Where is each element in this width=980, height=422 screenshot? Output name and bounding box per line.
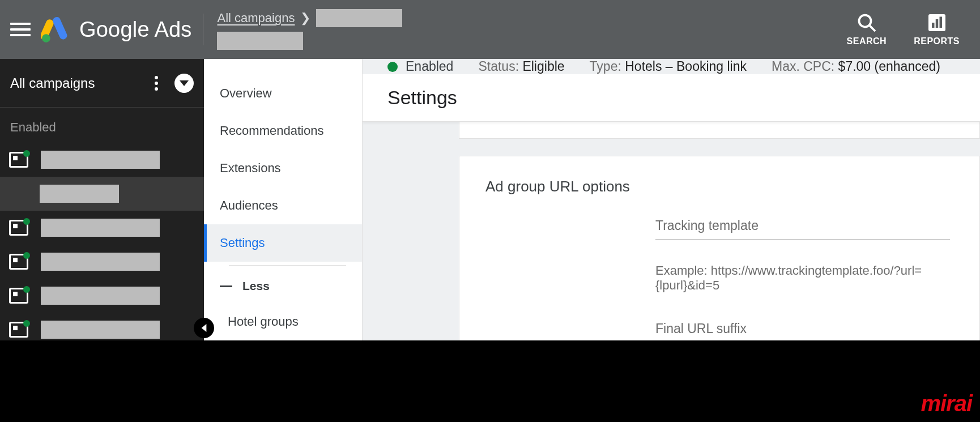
search-icon — [857, 12, 877, 33]
campaign-type-icon — [9, 220, 28, 236]
status-dot-icon — [387, 62, 398, 72]
less-label: Less — [242, 279, 270, 293]
svg-rect-7 — [935, 19, 938, 28]
campaign-item[interactable] — [0, 279, 204, 313]
campaign-item[interactable] — [0, 143, 204, 177]
breadcrumb: All campaigns ❯ — [217, 9, 402, 50]
status-max-cpc: Max. CPC: $7.00 (enhanced) — [772, 59, 940, 74]
main-content: Enabled Status: Eligible Type: Hotels – … — [363, 59, 980, 340]
breadcrumb-adgroup-redacted[interactable] — [217, 32, 303, 50]
header-separator — [203, 14, 203, 45]
settings-card-collapsed[interactable] — [459, 122, 980, 139]
collapse-leftnav-button[interactable] — [194, 318, 214, 338]
nav-extensions[interactable]: Extensions — [204, 150, 362, 187]
status-eligible: Status: Eligible — [478, 59, 564, 74]
brand-text: Google Ads — [79, 18, 191, 42]
app-header: Google Ads All campaigns ❯ SEARCH — [0, 0, 980, 59]
breadcrumb-campaign-redacted[interactable] — [316, 9, 402, 27]
page-title: Settings — [363, 74, 980, 122]
campaign-name-redacted — [41, 321, 160, 339]
campaign-name-redacted — [41, 151, 160, 169]
campaign-name-redacted — [41, 219, 160, 237]
nav-hotel-groups[interactable]: Hotel groups — [204, 303, 362, 340]
reports-label: REPORTS — [914, 36, 960, 46]
nav-audiences[interactable]: Audiences — [204, 187, 362, 224]
svg-marker-10 — [202, 324, 207, 332]
search-button[interactable]: SEARCH — [847, 12, 887, 46]
expand-toggle[interactable] — [174, 74, 194, 93]
campaign-item[interactable] — [0, 211, 204, 245]
search-label: SEARCH — [847, 36, 887, 46]
svg-rect-1 — [52, 16, 68, 41]
campaign-type-icon — [9, 322, 28, 338]
svg-rect-6 — [932, 23, 935, 28]
campaign-type-icon — [9, 254, 28, 270]
watermark-mirai: mirai — [921, 391, 972, 416]
status-bar: Enabled Status: Eligible Type: Hotels – … — [363, 59, 980, 74]
svg-point-2 — [42, 34, 50, 42]
campaign-name-redacted — [41, 287, 160, 305]
campaign-item[interactable] — [0, 245, 204, 279]
nav-overview[interactable]: Overview — [204, 75, 362, 112]
google-ads-logo-icon — [41, 15, 69, 44]
leftnav-status-filter[interactable]: Enabled — [0, 108, 204, 143]
url-options-card: Ad group URL options Tracking template E… — [459, 156, 980, 340]
adgroup-item-selected[interactable] — [0, 177, 204, 211]
breadcrumb-all-campaigns[interactable]: All campaigns — [217, 11, 295, 25]
menu-icon[interactable] — [10, 19, 31, 40]
reports-icon — [927, 12, 947, 33]
url-options-title: Ad group URL options — [485, 178, 953, 195]
svg-rect-8 — [939, 17, 942, 28]
campaign-type-icon — [9, 152, 28, 168]
page-nav-panel: Overview Recommendations Extensions Audi… — [204, 59, 363, 340]
svg-marker-9 — [180, 80, 189, 86]
status-type: Type: Hotels – Booking link — [590, 59, 747, 74]
nav-recommendations[interactable]: Recommendations — [204, 112, 362, 150]
footer-bar: mirai — [0, 340, 980, 422]
status-enabled-dropdown[interactable]: Enabled — [406, 59, 453, 74]
svg-point-3 — [859, 15, 871, 27]
nav-separator — [229, 265, 346, 266]
chevron-right-icon: ❯ — [300, 11, 310, 25]
adgroup-name-redacted — [40, 185, 119, 203]
final-url-suffix-input[interactable]: Final URL suffix — [655, 321, 950, 340]
nav-less-toggle[interactable]: Less — [204, 269, 362, 303]
leftnav-title[interactable]: All campaigns — [10, 75, 148, 91]
campaign-tree-panel: All campaigns Enabled — [0, 59, 204, 340]
nav-settings[interactable]: Settings — [204, 224, 362, 262]
minus-icon — [220, 285, 232, 287]
brand-logo-area[interactable]: Google Ads — [41, 15, 191, 44]
campaign-name-redacted — [41, 253, 160, 271]
campaign-type-icon — [9, 288, 28, 304]
tracking-template-input[interactable]: Tracking template — [655, 218, 950, 240]
more-options-icon[interactable] — [148, 75, 164, 91]
svg-line-4 — [869, 25, 875, 32]
reports-button[interactable]: REPORTS — [914, 12, 960, 46]
tracking-template-example: Example: https://www.trackingtemplate.fo… — [655, 263, 953, 293]
